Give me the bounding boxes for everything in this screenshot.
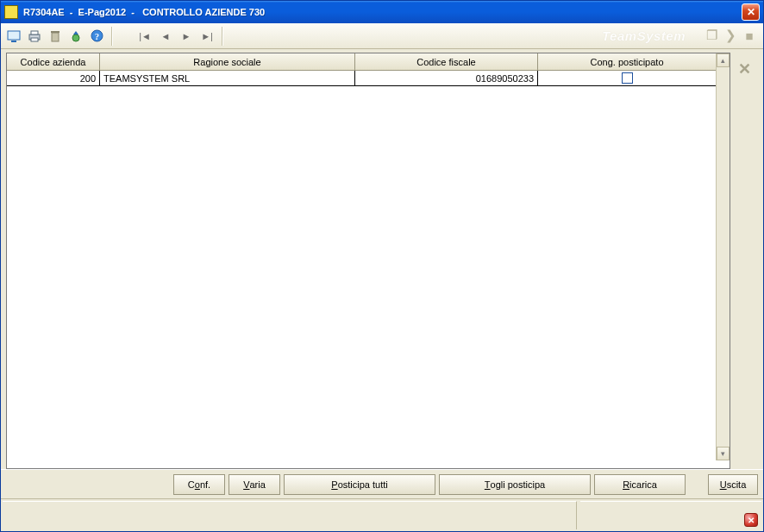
uscita-button[interactable]: Uscita xyxy=(708,474,758,495)
grid-body: 200 TEAMSYSTEM SRL 01689050233 xyxy=(7,71,716,86)
status-message xyxy=(3,501,577,529)
togli-posticipa-button[interactable]: Togli posticipa xyxy=(439,474,591,495)
export-icon[interactable] xyxy=(66,27,85,46)
svg-rect-3 xyxy=(31,31,38,34)
brand-logo: TeamSystem xyxy=(602,28,686,43)
scroll-down-icon[interactable]: ▾ xyxy=(717,447,730,460)
main-window: R7304AE - E-Pag2012 - CONTROLLO AZIENDE … xyxy=(0,0,764,532)
forward-icon[interactable]: ❯ xyxy=(722,27,739,44)
nav-next-icon[interactable]: ► xyxy=(177,27,196,46)
toolbar-separator xyxy=(222,27,223,46)
col-header-codice-fiscale[interactable]: Codice fiscale xyxy=(355,53,538,71)
screen-icon[interactable] xyxy=(4,27,23,46)
titlebar[interactable]: R7304AE - E-Pag2012 - CONTROLLO AZIENDE … xyxy=(1,1,763,23)
close-icon: ✕ xyxy=(747,6,755,18)
close-button[interactable]: ✕ xyxy=(742,3,760,21)
status-right: ✕ xyxy=(580,501,761,529)
app-icon xyxy=(4,5,18,19)
cancel-icon[interactable]: ✕ xyxy=(738,59,751,78)
nav-last-icon[interactable]: ►| xyxy=(197,27,216,46)
scroll-up-icon[interactable]: ▴ xyxy=(717,53,730,67)
cell-cong-posticipato[interactable] xyxy=(538,71,716,85)
svg-rect-0 xyxy=(8,31,20,40)
toolbar: ? |◄ ◄ ► ►| TeamSystem ❐ ❯ ■ xyxy=(1,23,763,49)
cell-codice-fiscale[interactable]: 01689050233 xyxy=(355,71,538,85)
stop-icon[interactable]: ■ xyxy=(741,27,758,44)
conf-button[interactable]: Conf. xyxy=(173,474,225,495)
svg-text:?: ? xyxy=(95,32,99,41)
cell-ragione-sociale[interactable]: TEAMSYSTEM SRL xyxy=(100,71,355,85)
statusbar: ✕ xyxy=(1,498,763,531)
table-row[interactable]: 200 TEAMSYSTEM SRL 01689050233 xyxy=(7,71,716,86)
svg-rect-5 xyxy=(52,33,59,41)
nav-first-icon[interactable]: |◄ xyxy=(135,27,154,46)
body-area: Codice azienda Ragione sociale Codice fi… xyxy=(1,49,763,469)
svg-rect-6 xyxy=(51,31,59,33)
grid-header: Codice azienda Ragione sociale Codice fi… xyxy=(7,53,716,71)
varia-button[interactable]: Varia xyxy=(229,474,280,495)
svg-rect-1 xyxy=(11,41,16,42)
vertical-scrollbar[interactable]: ▴ ▾ xyxy=(716,53,730,460)
trash-icon[interactable] xyxy=(46,27,65,46)
svg-point-7 xyxy=(72,34,79,41)
button-bar: Conf. Varia Posticipa tutti Togli postic… xyxy=(1,469,763,498)
svg-rect-4 xyxy=(31,38,38,41)
status-close-icon[interactable]: ✕ xyxy=(744,513,758,527)
ricarica-button[interactable]: Ricarica xyxy=(594,474,686,495)
col-header-cong-posticipato[interactable]: Cong. posticipato xyxy=(538,53,716,71)
side-column: ✕ xyxy=(730,53,758,469)
nav-prev-icon[interactable]: ◄ xyxy=(156,27,175,46)
data-grid[interactable]: Codice azienda Ragione sociale Codice fi… xyxy=(6,53,730,469)
checkbox-cong-posticipato[interactable] xyxy=(622,72,633,84)
window-title: R7304AE - E-Pag2012 - CONTROLLO AZIENDE … xyxy=(23,7,265,17)
copy-icon[interactable]: ❐ xyxy=(703,27,720,44)
print-icon[interactable] xyxy=(25,27,44,46)
col-header-codice-azienda[interactable]: Codice azienda xyxy=(7,53,100,71)
posticipa-tutti-button[interactable]: Posticipa tutti xyxy=(284,474,435,495)
toolbar-separator xyxy=(111,27,113,46)
toolbar-right: ❐ ❯ ■ xyxy=(703,27,758,44)
col-header-ragione-sociale[interactable]: Ragione sociale xyxy=(100,53,355,71)
cell-codice-azienda[interactable]: 200 xyxy=(7,71,100,85)
help-icon[interactable]: ? xyxy=(87,27,106,46)
